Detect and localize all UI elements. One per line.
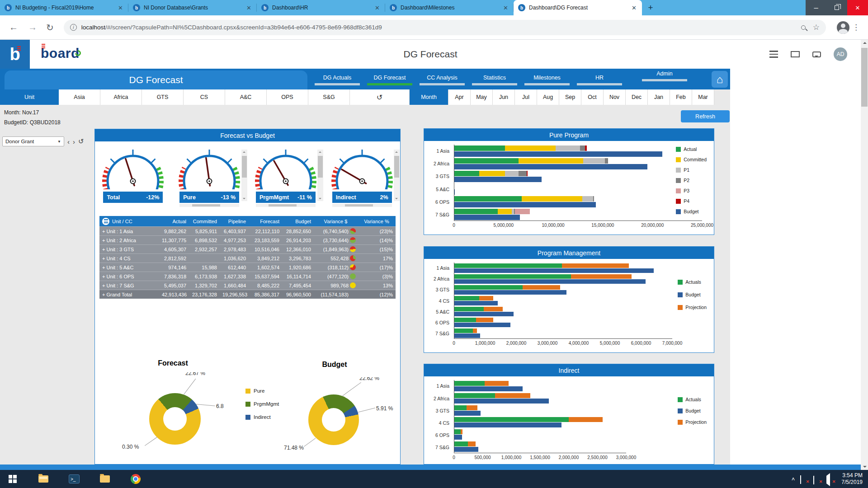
column-header[interactable]: Budget bbox=[282, 219, 314, 224]
month-tab-jul[interactable]: Jul bbox=[515, 89, 537, 105]
table-row[interactable]: + Unit : 1 Asia9,882,2625,825,9116,403,9… bbox=[99, 226, 396, 235]
refresh-button[interactable]: Refresh bbox=[681, 110, 730, 122]
month-tab-oct[interactable]: Oct bbox=[581, 89, 604, 105]
table-menu-icon[interactable] bbox=[102, 218, 109, 225]
table-row[interactable]: + Unit : 6 OPS7,836,3186,173,9381,627,33… bbox=[99, 272, 396, 281]
gauge-scrollbar-vertical[interactable] bbox=[394, 150, 400, 201]
browser-tab[interactable]: bNI Donor Database\Grants✕ bbox=[128, 0, 257, 15]
month-tab-may[interactable]: May bbox=[471, 89, 493, 105]
comments-icon[interactable] bbox=[812, 52, 821, 57]
scroll-up-icon[interactable] bbox=[863, 42, 867, 44]
month-tab-mar[interactable]: Mar bbox=[692, 89, 714, 105]
prev-arrow[interactable]: ‹ bbox=[67, 138, 70, 145]
browser-tab[interactable]: bNI Budgeting - Fiscal2019\Home✕ bbox=[0, 0, 128, 15]
app-menu-icon[interactable] bbox=[769, 51, 778, 58]
browser-menu-icon[interactable]: ⋮ bbox=[852, 23, 860, 32]
close-button[interactable]: ✕ bbox=[847, 0, 868, 15]
unit-tab-africa[interactable]: Africa bbox=[100, 89, 142, 105]
folder-button[interactable] bbox=[96, 470, 114, 488]
bookmark-star-icon[interactable]: ☆ bbox=[813, 23, 820, 32]
gauge-scrollbar-horizontal[interactable] bbox=[332, 204, 392, 207]
month-tab-nov[interactable]: Nov bbox=[604, 89, 626, 105]
unit-tabs-reset-icon[interactable]: ↺ bbox=[350, 89, 410, 105]
table-row[interactable]: + Unit : 5 A&C974,14615,988612,4401,602,… bbox=[99, 263, 396, 272]
unit-tab-ac[interactable]: A&C bbox=[225, 89, 267, 105]
table-row[interactable]: + Grand Total42,913,43623,176,32819,296,… bbox=[99, 290, 396, 299]
reset-filter-icon[interactable]: ↺ bbox=[78, 137, 84, 145]
month-tab-apr[interactable]: Apr bbox=[448, 89, 471, 105]
nav-tab-milestones[interactable]: Milestones bbox=[521, 69, 573, 89]
scroll-down-icon[interactable] bbox=[395, 198, 398, 199]
nav-tab-admin[interactable]: Admin bbox=[641, 69, 688, 81]
tab-close-icon[interactable]: ✕ bbox=[631, 5, 637, 11]
scrollbar-thumb[interactable] bbox=[394, 156, 399, 178]
browser-tab[interactable]: bDashboard\Milestones✕ bbox=[385, 0, 514, 15]
scrollbar-thumb[interactable] bbox=[242, 156, 247, 178]
chrome-button[interactable] bbox=[127, 470, 145, 488]
scrollbar-thumb[interactable] bbox=[861, 48, 868, 107]
scroll-down-icon[interactable] bbox=[243, 198, 245, 199]
gauge-scrollbar-vertical[interactable] bbox=[317, 150, 323, 201]
nav-tab-dg-forecast[interactable]: DG Forecast bbox=[363, 69, 416, 89]
scrollbar-thumb[interactable] bbox=[269, 204, 297, 206]
scroll-up-icon[interactable] bbox=[243, 151, 245, 153]
unit-tab-ops[interactable]: OPS bbox=[267, 89, 308, 105]
display-tray-icon[interactable]: ✕ bbox=[800, 476, 808, 483]
nav-tab-hr[interactable]: HR bbox=[573, 69, 626, 89]
column-header[interactable]: Unit / CC bbox=[99, 218, 159, 225]
gauge-scrollbar-vertical[interactable] bbox=[241, 150, 247, 201]
nav-tab-statistics[interactable]: Statistics bbox=[468, 69, 521, 89]
month-tab-jan[interactable]: Jan bbox=[648, 89, 670, 105]
window-layout-icon[interactable] bbox=[791, 51, 800, 57]
unit-tab-gts[interactable]: GTS bbox=[142, 89, 184, 105]
restore-button[interactable] bbox=[826, 0, 847, 15]
zoom-icon[interactable] bbox=[801, 25, 806, 30]
next-arrow[interactable]: › bbox=[73, 138, 75, 145]
unit-tab-sg[interactable]: S&G bbox=[308, 89, 350, 105]
tab-close-icon[interactable]: ✕ bbox=[374, 5, 381, 11]
column-header[interactable]: Variance $ bbox=[314, 219, 358, 224]
scroll-down-icon[interactable] bbox=[863, 466, 867, 468]
scroll-down-icon[interactable] bbox=[319, 198, 321, 199]
gauge-scrollbar-horizontal[interactable] bbox=[179, 204, 239, 207]
profile-avatar-icon[interactable] bbox=[837, 21, 849, 34]
home-button[interactable]: ⌂ bbox=[712, 71, 728, 88]
network-tray-icon[interactable]: ✕ bbox=[813, 476, 821, 483]
table-row[interactable]: + Unit : 7 S&G5,495,0371,329,7021,660,48… bbox=[99, 281, 396, 290]
volume-tray-icon[interactable]: ✕ bbox=[826, 476, 834, 483]
reload-button[interactable]: ↻ bbox=[46, 22, 54, 33]
tab-close-icon[interactable]: ✕ bbox=[117, 5, 124, 11]
scrollbar-thumb[interactable] bbox=[318, 156, 323, 178]
month-tab-aug[interactable]: Aug bbox=[537, 89, 559, 105]
column-header[interactable]: Actual bbox=[159, 219, 189, 224]
taskbar-clock[interactable]: 3:54 PM 7/5/2019 bbox=[841, 472, 863, 486]
table-row[interactable]: + Unit : 3 GTS4,605,3072,932,2572,978,48… bbox=[99, 244, 396, 253]
start-button[interactable] bbox=[4, 470, 22, 488]
browser-tab[interactable]: bDashboard\DG Forecast✕ bbox=[514, 0, 642, 15]
column-header[interactable]: Pipeline bbox=[220, 219, 249, 224]
scrollbar-thumb[interactable] bbox=[345, 204, 373, 206]
scroll-up-icon[interactable] bbox=[319, 151, 321, 153]
unit-tab-cs[interactable]: CS bbox=[184, 89, 225, 105]
nav-tab-dg-actuals[interactable]: DG Actuals bbox=[311, 69, 363, 89]
donor-grant-select[interactable]: Donor Grant▼ bbox=[2, 136, 64, 146]
page-scrollbar[interactable] bbox=[861, 40, 868, 470]
tab-close-icon[interactable]: ✕ bbox=[245, 5, 252, 11]
browser-tab[interactable]: bDashboard\HR✕ bbox=[257, 0, 385, 15]
month-tab-dec[interactable]: Dec bbox=[626, 89, 648, 105]
month-tab-sep[interactable]: Sep bbox=[559, 89, 581, 105]
page-info-icon[interactable]: i bbox=[70, 24, 77, 31]
month-tab-month[interactable]: Month bbox=[410, 89, 448, 105]
table-row[interactable]: + Unit : 4 CS2,812,5921,036,6203,849,212… bbox=[99, 253, 396, 263]
tab-close-icon[interactable]: ✕ bbox=[502, 5, 509, 11]
forward-button[interactable]: → bbox=[28, 22, 37, 33]
scrollbar-thumb[interactable] bbox=[192, 204, 220, 206]
gauge-scrollbar-horizontal[interactable] bbox=[256, 204, 316, 207]
nav-tab-cc-analysis[interactable]: CC Analysis bbox=[416, 69, 468, 89]
address-bar[interactable]: i localhost/#/screen/?capsulePath=NI%5CD… bbox=[64, 20, 826, 35]
minimize-button[interactable]: ─ bbox=[806, 0, 826, 15]
unit-tab-unit[interactable]: Unit bbox=[0, 89, 59, 105]
column-header[interactable]: Variance % bbox=[358, 219, 396, 224]
unit-tab-asia[interactable]: Asia bbox=[59, 89, 100, 105]
column-header[interactable]: Forecast bbox=[249, 219, 282, 224]
